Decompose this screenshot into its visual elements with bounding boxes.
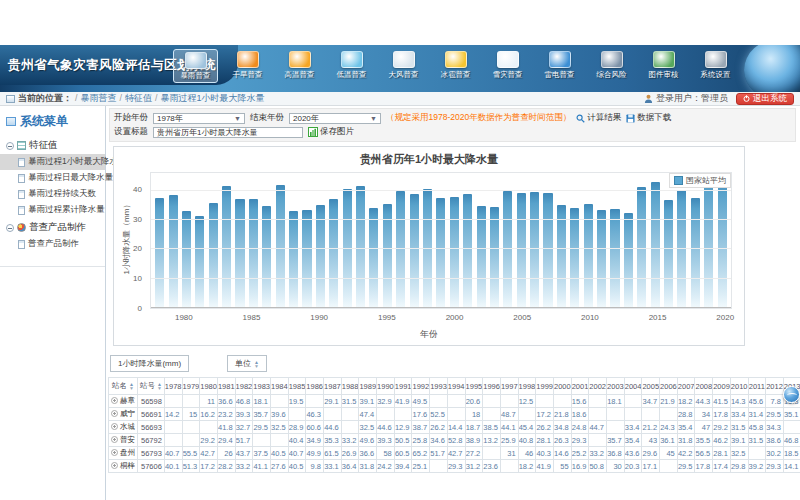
breadcrumb-bar: 当前的位置： /暴雨普查/特征值/暴雨过程1小时最大降水量 登录用户：管理员 退… [0, 92, 800, 106]
user-icon [644, 94, 653, 103]
breadcrumb-item[interactable]: 暴雨过程1小时最大降水量 [161, 93, 265, 103]
end-year-select[interactable]: 2020年▼ [289, 113, 381, 124]
nav-map-review[interactable]: 图件审核 [641, 49, 686, 83]
row-radio[interactable] [111, 423, 118, 430]
chart-bar [691, 198, 700, 308]
value-cell: 39.3 [235, 408, 253, 421]
y-tick-label: 0 [138, 304, 142, 313]
value-cell: 33.4 [624, 421, 642, 434]
download-button[interactable]: 数据下载 [626, 112, 671, 124]
value-cell: 27.2 [465, 447, 483, 460]
value-cell [783, 421, 800, 434]
value-cell: 14.2 [164, 408, 182, 421]
value-cell: 38.5 [483, 421, 501, 434]
chart-bar [651, 182, 660, 308]
chart-bar [222, 186, 231, 308]
station-name-header[interactable]: 站名▲▼ [109, 378, 138, 395]
year-column-header: 1991 [394, 378, 412, 395]
menu-group-label: 普查产品制作 [29, 221, 86, 234]
logout-button[interactable]: 退出系统 [736, 93, 794, 105]
chart-plot [150, 172, 732, 309]
station-number-header[interactable]: 站号▲▼ [138, 378, 165, 395]
value-cell: 44.6 [324, 421, 342, 434]
value-cell [483, 447, 501, 460]
sort-arrows-icon[interactable]: ▲▼ [157, 382, 162, 390]
value-cell: 35.1 [783, 408, 800, 421]
gridline [151, 307, 731, 308]
value-cell: 33.1 [324, 460, 342, 473]
chart-bar [597, 210, 606, 308]
nav-wind[interactable]: 大风普查 [381, 49, 426, 83]
nav-label: 暴雨普查 [181, 71, 211, 81]
nav-low-temp[interactable]: 低温普查 [329, 49, 374, 83]
nav-rainstorm[interactable]: 暴雨普查 [173, 49, 218, 83]
collapse-icon[interactable] [6, 142, 14, 150]
value-cell: 50.8 [589, 460, 607, 473]
row-radio[interactable] [111, 436, 118, 443]
value-cell: 29.1 [324, 395, 342, 408]
value-cell: 40.7 [164, 447, 182, 460]
value-cell [324, 408, 342, 421]
nav-snow[interactable]: 雪灾普查 [485, 49, 530, 83]
breadcrumb-item[interactable]: 暴雨普查 [81, 93, 117, 103]
nav-lightning[interactable]: 雷电普查 [537, 49, 582, 83]
sidebar-item[interactable]: 暴雨过程日最大降水量 [0, 170, 105, 186]
sidebar-item[interactable]: 暴雨过程1小时最大降水量 [0, 154, 105, 170]
value-cell: 28.8 [677, 408, 695, 421]
value-cell: 38.9 [465, 434, 483, 447]
sidebar-item[interactable]: 暴雨过程累计降水量 [0, 202, 105, 218]
row-radio[interactable] [111, 397, 118, 404]
value-cell: 17.1 [642, 460, 660, 473]
value-cell: 31.8 [677, 434, 695, 447]
value-cell: 38.7 [412, 421, 430, 434]
save-image-button[interactable]: 保存图片 [308, 126, 354, 138]
row-radio[interactable] [111, 410, 118, 417]
sidebar-item[interactable]: 暴雨过程持续天数 [0, 186, 105, 202]
sidebar-item[interactable]: 普查产品制作 [0, 236, 105, 252]
menu-group[interactable]: 普查产品制作 [0, 218, 105, 236]
chart-bar [624, 213, 633, 308]
value-cell [182, 434, 200, 447]
collapse-icon[interactable] [6, 224, 14, 232]
nav-high-temp[interactable]: 高温普查 [277, 49, 322, 83]
value-cell: 65.2 [412, 447, 430, 460]
value-cell: 18.2 [677, 395, 695, 408]
value-cell [589, 395, 607, 408]
chevron-down-icon: ▼ [234, 115, 241, 122]
value-cell: 34.7 [642, 395, 660, 408]
chart-bar [543, 193, 552, 308]
value-cell: 12.5 [518, 395, 536, 408]
start-year-select[interactable]: 1978年▼ [153, 113, 245, 124]
value-cell: 34.9 [306, 434, 324, 447]
year-column-header: 1988 [341, 378, 359, 395]
value-cell: 29.3 [766, 460, 784, 473]
metric-filter[interactable]: 1小时降水量(mm) [110, 355, 189, 372]
calculate-button[interactable]: 计算结果 [576, 112, 621, 124]
nav-drought[interactable]: 干旱普查 [225, 49, 270, 83]
value-cell: 23.2 [217, 408, 235, 421]
breadcrumb-item[interactable]: 特征值 [125, 93, 152, 103]
nav-composite-risk[interactable]: 综合风险 [589, 49, 634, 83]
nav-hail[interactable]: 冰雹普查 [433, 49, 478, 83]
float-action-icon[interactable] [783, 386, 800, 403]
chart-bar [557, 205, 566, 308]
unit-filter[interactable]: 单位 ▲▼ [227, 355, 267, 372]
chart-bar [249, 199, 258, 308]
value-cell: 20.6 [465, 395, 483, 408]
drought-icon [237, 51, 259, 68]
gridline [151, 248, 731, 249]
value-cell: 29.5 [766, 408, 784, 421]
value-cell: 45.6 [748, 395, 766, 408]
value-cell: 50.5 [394, 434, 412, 447]
nav-label: 冰雹普查 [441, 70, 471, 80]
chart-title-input[interactable] [153, 127, 303, 138]
station-number-cell: 56792 [138, 434, 165, 447]
chart-legend[interactable]: 国家站平均 [669, 173, 731, 188]
row-radio[interactable] [111, 449, 118, 456]
menu-group[interactable]: 特征值 [0, 136, 105, 154]
row-radio[interactable] [111, 462, 118, 469]
save-disk-icon [626, 114, 635, 123]
sort-arrows-icon[interactable]: ▲▼ [129, 382, 134, 390]
nav-settings[interactable]: 系统设置 [693, 49, 738, 83]
value-cell: 33.2 [589, 447, 607, 460]
